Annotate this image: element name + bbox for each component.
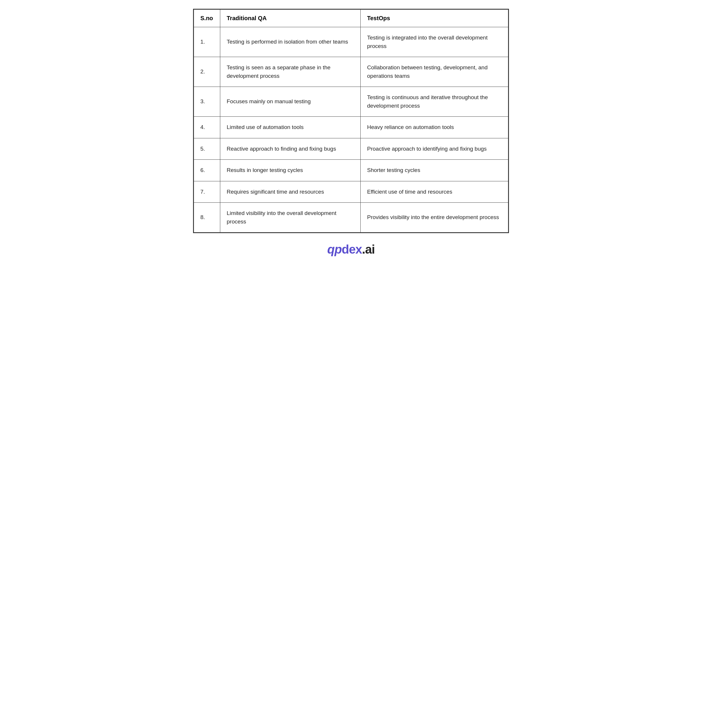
traditional-qa-cell: Limited use of automation tools	[220, 117, 361, 138]
table-row: 7.Requires significant time and resource…	[194, 181, 508, 203]
testops-cell: Proactive approach to identifying and fi…	[361, 138, 508, 160]
traditional-qa-cell: Reactive approach to finding and fixing …	[220, 138, 361, 160]
table-row: 8.Limited visibility into the overall de…	[194, 203, 508, 233]
table-row: 6.Results in longer testing cyclesShorte…	[194, 160, 508, 181]
traditional-qa-cell: Focuses mainly on manual testing	[220, 87, 361, 117]
table-row: 3.Focuses mainly on manual testingTestin…	[194, 87, 508, 117]
brand-logo: qpdex.ai	[327, 243, 375, 257]
row-number: 8.	[194, 203, 220, 233]
row-number: 4.	[194, 117, 220, 138]
traditional-qa-cell: Requires significant time and resources	[220, 181, 361, 203]
footer: qpdex.ai	[327, 243, 375, 257]
table-row: 4.Limited use of automation toolsHeavy r…	[194, 117, 508, 138]
row-number: 2.	[194, 57, 220, 87]
header-traditional-qa: Traditional QA	[220, 10, 361, 27]
comparison-table: S.no Traditional QA TestOps 1.Testing is…	[193, 9, 509, 233]
row-number: 3.	[194, 87, 220, 117]
testops-cell: Provides visibility into the entire deve…	[361, 203, 508, 233]
brand-ai: ai	[365, 243, 375, 256]
table-row: 2.Testing is seen as a separate phase in…	[194, 57, 508, 87]
brand-dot: .	[362, 243, 365, 256]
table-row: 1.Testing is performed in isolation from…	[194, 27, 508, 57]
brand-qp: qp	[327, 243, 342, 256]
testops-cell: Shorter testing cycles	[361, 160, 508, 181]
brand-dex: dex	[342, 243, 362, 256]
row-number: 1.	[194, 27, 220, 57]
testops-cell: Collaboration between testing, developme…	[361, 57, 508, 87]
row-number: 6.	[194, 160, 220, 181]
row-number: 7.	[194, 181, 220, 203]
traditional-qa-cell: Testing is performed in isolation from o…	[220, 27, 361, 57]
testops-cell: Heavy reliance on automation tools	[361, 117, 508, 138]
header-testops: TestOps	[361, 10, 508, 27]
header-sno: S.no	[194, 10, 220, 27]
traditional-qa-cell: Results in longer testing cycles	[220, 160, 361, 181]
row-number: 5.	[194, 138, 220, 160]
testops-cell: Efficient use of time and resources	[361, 181, 508, 203]
table-row: 5.Reactive approach to finding and fixin…	[194, 138, 508, 160]
testops-cell: Testing is continuous and iterative thro…	[361, 87, 508, 117]
traditional-qa-cell: Testing is seen as a separate phase in t…	[220, 57, 361, 87]
traditional-qa-cell: Limited visibility into the overall deve…	[220, 203, 361, 233]
testops-cell: Testing is integrated into the overall d…	[361, 27, 508, 57]
table-header-row: S.no Traditional QA TestOps	[194, 10, 508, 27]
